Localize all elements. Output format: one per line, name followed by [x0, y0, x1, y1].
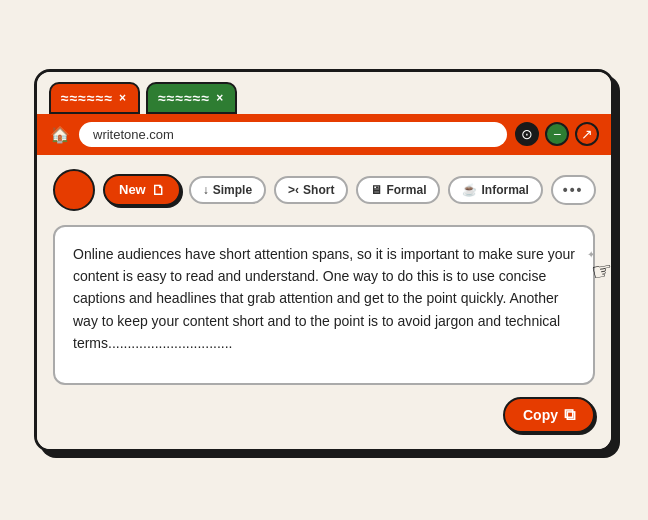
- short-label: Short: [303, 183, 334, 197]
- short-button[interactable]: >‹ Short: [274, 176, 348, 204]
- informal-label: Informal: [481, 183, 528, 197]
- text-content-box: Online audiences have short attention sp…: [53, 225, 595, 385]
- simple-prefix: ↓: [203, 183, 209, 197]
- new-button-label: New: [119, 182, 146, 197]
- browser-window: ≈≈≈≈≈≈ × ≈≈≈≈≈≈ × 🏠 writetone.com ⊙ − ↗ …: [34, 69, 614, 452]
- minimize-btn[interactable]: −: [545, 122, 569, 146]
- simple-button[interactable]: ↓ Simple: [189, 176, 266, 204]
- tab-bar: ≈≈≈≈≈≈ × ≈≈≈≈≈≈ ×: [37, 72, 611, 114]
- copy-label: Copy: [523, 407, 558, 423]
- tab-2-label: ≈≈≈≈≈≈: [158, 90, 210, 106]
- home-icon[interactable]: 🏠: [49, 123, 71, 145]
- doc-icon: 🗋: [151, 182, 165, 198]
- expand-btn[interactable]: ↗: [575, 122, 599, 146]
- main-content: New 🗋 ↓ Simple >‹ Short 🖥 Formal ☕ Infor…: [37, 155, 611, 449]
- more-button[interactable]: •••: [551, 175, 596, 205]
- tab-1[interactable]: ≈≈≈≈≈≈ ×: [49, 82, 140, 114]
- cursor-indicator: ✦ ☞: [591, 257, 613, 285]
- toolbar-row: New 🗋 ↓ Simple >‹ Short 🖥 Formal ☕ Infor…: [53, 169, 595, 211]
- history-btn[interactable]: ⊙: [515, 122, 539, 146]
- formal-label: Formal: [386, 183, 426, 197]
- short-prefix: >‹: [288, 183, 299, 197]
- formal-icon: 🖥: [370, 183, 382, 197]
- new-button[interactable]: New 🗋: [103, 174, 181, 206]
- tab-1-label: ≈≈≈≈≈≈: [61, 90, 113, 106]
- informal-icon: ☕: [462, 183, 477, 197]
- hand-cursor-icon: ☞: [589, 255, 614, 286]
- tab-1-close[interactable]: ×: [119, 91, 126, 105]
- more-label: •••: [563, 182, 584, 198]
- avatar: [53, 169, 95, 211]
- browser-controls: ⊙ − ↗: [515, 122, 599, 146]
- main-text: Online audiences have short attention sp…: [73, 243, 575, 355]
- simple-label: Simple: [213, 183, 252, 197]
- tab-2[interactable]: ≈≈≈≈≈≈ ×: [146, 82, 237, 114]
- copy-button[interactable]: Copy ⧉: [503, 397, 595, 433]
- address-bar-row: 🏠 writetone.com ⊙ − ↗: [37, 114, 611, 155]
- url-text: writetone.com: [93, 127, 174, 142]
- informal-button[interactable]: ☕ Informal: [448, 176, 542, 204]
- copy-icon: ⧉: [564, 406, 575, 424]
- copy-button-row: Copy ⧉: [53, 397, 595, 433]
- tab-2-close[interactable]: ×: [216, 91, 223, 105]
- formal-button[interactable]: 🖥 Formal: [356, 176, 440, 204]
- address-bar[interactable]: writetone.com: [79, 122, 507, 147]
